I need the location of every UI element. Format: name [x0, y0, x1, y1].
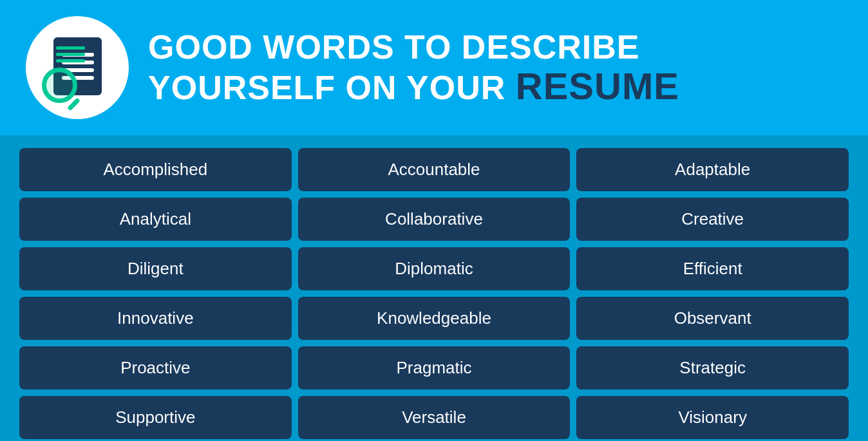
word-card: Knowledgeable: [298, 297, 571, 340]
word-card: Strategic: [576, 346, 849, 389]
word-label: Knowledgeable: [377, 308, 491, 328]
header-title: GOOD WORDS TO DESCRIBE YOURSELF ON YOUR …: [148, 29, 679, 107]
word-card: Pragmatic: [298, 346, 571, 389]
word-label: Accomplished: [103, 160, 207, 179]
words-grid: AccomplishedAccountableAdaptableAnalytic…: [19, 148, 849, 439]
word-label: Visionary: [678, 408, 746, 427]
header: GOOD WORDS TO DESCRIBE YOURSELF ON YOUR …: [0, 0, 868, 135]
word-label: Collaborative: [385, 209, 483, 229]
word-label: Diligent: [127, 259, 184, 278]
word-card: Creative: [576, 198, 849, 241]
word-label: Supportive: [115, 408, 195, 427]
word-card: Accomplished: [19, 148, 292, 191]
word-card: Efficient: [576, 247, 849, 290]
word-card: Analytical: [19, 198, 292, 241]
title-resume: RESUME: [516, 65, 679, 107]
logo-circle: [26, 16, 129, 119]
word-label: Diplomatic: [395, 259, 473, 278]
word-card: Diplomatic: [298, 247, 571, 290]
word-card: Diligent: [19, 247, 292, 290]
word-label: Versatile: [402, 408, 466, 427]
word-label: Innovative: [117, 308, 194, 328]
word-label: Pragmatic: [396, 358, 471, 377]
word-label: Creative: [681, 209, 744, 229]
word-card: Innovative: [19, 297, 292, 340]
word-card: Adaptable: [576, 148, 849, 191]
word-card: Proactive: [19, 346, 292, 389]
word-label: Accountable: [388, 160, 480, 179]
title-line2: YOURSELF ON YOUR: [148, 69, 505, 106]
word-label: Observant: [674, 308, 751, 328]
title-line1: GOOD WORDS TO DESCRIBE: [148, 28, 640, 66]
word-card: Observant: [576, 297, 849, 340]
word-label: Efficient: [683, 259, 742, 278]
content: AccomplishedAccountableAdaptableAnalytic…: [0, 135, 868, 441]
word-card: Supportive: [19, 396, 292, 439]
word-card: Versatile: [298, 396, 571, 439]
word-label: Analytical: [120, 209, 191, 229]
word-label: Strategic: [679, 358, 746, 377]
word-card: Accountable: [298, 148, 571, 191]
word-card: Visionary: [576, 396, 849, 439]
word-label: Proactive: [120, 358, 190, 377]
word-label: Adaptable: [675, 160, 750, 179]
word-card: Collaborative: [298, 198, 571, 241]
